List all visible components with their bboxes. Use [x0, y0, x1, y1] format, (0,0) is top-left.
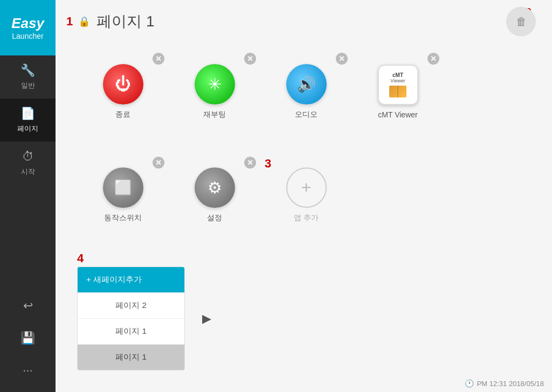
back-button[interactable]: ↩: [0, 290, 56, 322]
sidebar-item-start[interactable]: ⏱ 시작: [0, 142, 56, 185]
app-label-reboot: 재부팅: [203, 110, 226, 120]
page1b-label: 페이지 1: [115, 352, 147, 361]
remove-reboot-button[interactable]: ✕: [244, 53, 256, 65]
app-logo[interactable]: Easy Launcher: [0, 0, 56, 55]
app-label-cmt: cMT Viewer: [378, 110, 417, 119]
more-button[interactable]: ···: [0, 354, 56, 387]
sidebar-label-start: 시작: [21, 167, 35, 177]
app-label-audio: 오디오: [295, 110, 318, 120]
add-app-num: 3: [265, 157, 271, 171]
trash-icon: 🗑: [516, 16, 527, 28]
plus-icon: +: [301, 178, 312, 198]
reboot-icon: ✳: [195, 64, 235, 104]
page-header: 1 🔒 페이지 1 2 🗑: [56, 0, 552, 43]
page-list-item-page1a[interactable]: 페이지 1: [78, 318, 184, 344]
remove-power-button[interactable]: ✕: [153, 53, 164, 65]
clock-icon: 🕐: [465, 379, 474, 388]
remove-audio-button[interactable]: ✕: [336, 53, 348, 65]
save-button[interactable]: 💾: [0, 322, 56, 354]
more-icon: ···: [23, 363, 32, 377]
sidebar-label-page: 페이지: [17, 124, 38, 134]
sidebar-item-general[interactable]: 🔧 일반: [0, 55, 56, 99]
page-list: + 새페이지추가 페이지 2 페이지 1 페이지 1: [77, 267, 185, 370]
bottom-panel: 4 + 새페이지추가 페이지 2 페이지 1 페이지 1 ▶: [56, 261, 552, 392]
lock-icon: 🔒: [78, 16, 90, 27]
app-cell-switch[interactable]: ✕ ⬜ 동작스위치: [77, 152, 169, 239]
page-list-container: 4 + 새페이지추가 페이지 2 페이지 1 페이지 1: [77, 267, 185, 370]
add-page-label: + 새페이지추가: [86, 275, 142, 285]
play-button[interactable]: ▶: [196, 308, 217, 330]
add-page-button[interactable]: + 새페이지추가: [78, 267, 184, 292]
audio-icon: 🔊: [286, 64, 327, 104]
sidebar-label-general: 일반: [21, 81, 35, 90]
settings-icon: ⚙: [195, 167, 235, 208]
cmt-icon: cMT Viewer: [378, 65, 418, 105]
switch-icon: ⬜: [103, 167, 143, 208]
app-label-power: 종료: [115, 110, 130, 120]
app-cell-power[interactable]: ✕ ⏻ 종료: [77, 48, 169, 135]
sidebar-bottom: ↩ 💾 ···: [0, 290, 56, 392]
page-title: 페이지 1: [96, 11, 154, 32]
save-icon: 💾: [20, 331, 35, 345]
delete-page-button[interactable]: 🗑: [506, 7, 536, 37]
logo-launcher: Launcher: [12, 32, 43, 41]
add-app-icon: +: [286, 167, 327, 208]
add-app-label: 앱 추가: [294, 213, 319, 223]
page-list-item-page2[interactable]: 페이지 2: [78, 292, 184, 318]
remove-switch-button[interactable]: ✕: [153, 157, 164, 169]
logo-easy: Easy: [11, 15, 44, 32]
page-list-item-page1b[interactable]: 페이지 1: [78, 344, 184, 370]
sidebar: Easy Launcher 🔧 일반 📄 페이지 ⏱ 시작 ↩ 💾 ···: [0, 0, 56, 392]
status-time: PM 12:31 2018/05/18: [477, 380, 544, 388]
back-icon: ↩: [23, 299, 33, 313]
wrench-icon: 🔧: [20, 64, 35, 78]
remove-settings-button[interactable]: ✕: [244, 157, 256, 169]
status-bar: 🕐 PM 12:31 2018/05/18: [465, 379, 544, 388]
app-cell-reboot[interactable]: ✕ ✳ 재부팅: [169, 48, 260, 135]
app-grid: ✕ ⏻ 종료 ✕ ✳ 재부팅 ✕ 🔊 오디오 ✕: [56, 43, 552, 261]
timer-icon: ⏱: [22, 150, 34, 164]
app-cell-audio[interactable]: ✕ 🔊 오디오: [260, 48, 352, 135]
app-cell-cmt[interactable]: ✕ cMT Viewer cMT Viewer: [352, 48, 444, 135]
header-num1: 1: [66, 15, 73, 29]
add-app-cell[interactable]: 3 + 앱 추가: [260, 152, 352, 239]
page-list-num: 4: [77, 251, 84, 265]
app-cell-settings[interactable]: ✕ ⚙ 설정: [169, 152, 260, 239]
app-label-settings: 설정: [207, 213, 222, 223]
remove-cmt-button[interactable]: ✕: [427, 53, 439, 65]
power-icon: ⏻: [103, 64, 143, 104]
page-icon: 📄: [20, 107, 35, 121]
app-label-switch: 동작스위치: [104, 213, 142, 223]
page1a-label: 페이지 1: [115, 326, 147, 335]
page2-label: 페이지 2: [115, 300, 147, 310]
play-icon: ▶: [202, 312, 211, 326]
main-content: 1 🔒 페이지 1 2 🗑 ✕ ⏻ 종료 ✕ ✳ 재부팅 ✕: [56, 0, 552, 392]
sidebar-item-page[interactable]: 📄 페이지: [0, 99, 56, 142]
